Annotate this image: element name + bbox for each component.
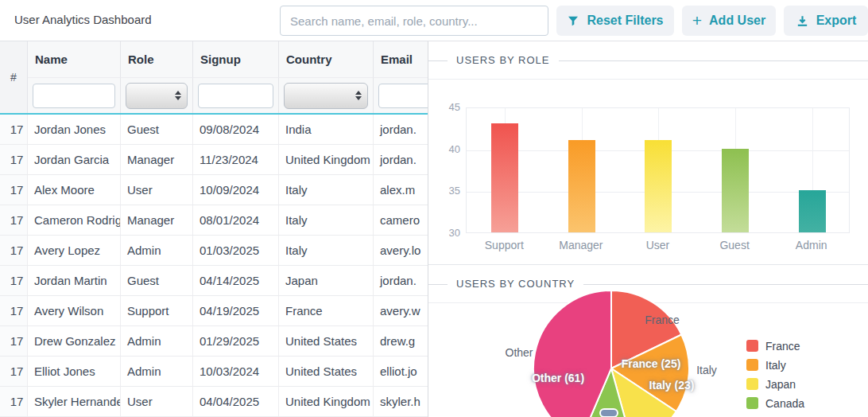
search-input[interactable] bbox=[280, 6, 548, 36]
users-by-role-header: USERS BY ROLE bbox=[428, 41, 868, 80]
cell-name: Elliot Jones bbox=[28, 357, 121, 386]
cell-email: avery.w bbox=[374, 296, 428, 325]
cell-email: jordan. bbox=[374, 266, 428, 295]
column-header-name[interactable]: Name bbox=[28, 41, 121, 78]
bar-support[interactable] bbox=[491, 123, 518, 232]
y-axis-tick-label: 40 bbox=[430, 143, 460, 155]
users-table: # Name Role Signup Country Email 17Jorda… bbox=[0, 41, 428, 417]
bar-manager[interactable] bbox=[568, 140, 595, 232]
cell-name: Jordan Martin bbox=[28, 266, 121, 295]
cell-country: United Kingdom bbox=[279, 387, 374, 416]
download-icon bbox=[796, 14, 809, 28]
column-header-email[interactable]: Email bbox=[374, 41, 428, 78]
cell-role: Admin bbox=[121, 326, 193, 356]
cell-role: Guest bbox=[121, 266, 193, 295]
cell-id: 17 bbox=[0, 205, 28, 235]
table-row[interactable]: 17Jordan MartinGuest04/14/2025Japanjorda… bbox=[0, 266, 428, 296]
pie-value-label-italy: Italy (23) bbox=[649, 379, 695, 392]
users-by-country-chart: France Other Italy France (25) Italy (23… bbox=[428, 303, 868, 414]
cell-signup: 04/19/2025 bbox=[193, 296, 279, 325]
users-by-role-chart: 45403530SupportManagerUserGuestAdmin bbox=[428, 80, 868, 265]
legend-item-canada[interactable]: Canada bbox=[746, 396, 804, 410]
cell-signup: 10/03/2024 bbox=[193, 357, 279, 386]
legend-label: Italy bbox=[765, 359, 786, 372]
cell-name: Jordan Garcia bbox=[28, 145, 121, 174]
column-header-role[interactable]: Role bbox=[121, 41, 193, 78]
table-row[interactable]: 17Alex MooreUser10/09/2024Italyalex.m bbox=[0, 175, 428, 205]
cell-email: camero bbox=[374, 205, 428, 235]
column-header-country[interactable]: Country bbox=[279, 41, 374, 78]
table-row[interactable]: 17Cameron RodriguezManager08/01/2024Ital… bbox=[0, 205, 428, 236]
cell-email: skyler.h bbox=[374, 387, 428, 416]
cell-country: United States bbox=[279, 357, 374, 386]
cell-email: jordan. bbox=[374, 145, 428, 174]
cell-role: User bbox=[121, 387, 193, 416]
legend-item-france[interactable]: France bbox=[746, 339, 804, 353]
add-user-button[interactable]: + Add User bbox=[682, 6, 776, 36]
pie-outer-label-italy: Italy bbox=[696, 364, 717, 376]
cell-id: 17 bbox=[0, 145, 28, 174]
table-row[interactable]: 17Jordan JonesGuest09/08/2024Indiajordan… bbox=[0, 115, 428, 145]
select-arrows-icon bbox=[175, 91, 181, 100]
cell-country: Italy bbox=[279, 236, 374, 265]
table-body: 17Jordan JonesGuest09/08/2024Indiajordan… bbox=[0, 115, 428, 417]
bar-user[interactable] bbox=[645, 140, 672, 232]
plus-icon: + bbox=[692, 12, 702, 29]
filter-funnel-icon bbox=[567, 14, 579, 27]
cell-email: drew.g bbox=[374, 326, 428, 356]
role-filter-select[interactable] bbox=[126, 83, 188, 109]
pie-legend: FranceItalyJapanCanada bbox=[746, 339, 804, 410]
cell-country: Japan bbox=[279, 266, 374, 295]
cell-name: Cameron Rodriguez bbox=[28, 205, 121, 235]
y-axis-tick-label: 35 bbox=[430, 185, 460, 197]
cell-name: Alex Moore bbox=[28, 175, 121, 205]
cell-signup: 04/04/2025 bbox=[193, 387, 279, 416]
category-band bbox=[467, 108, 544, 232]
pie-value-label-france: France (25) bbox=[622, 357, 681, 370]
cell-signup: 08/01/2024 bbox=[193, 205, 279, 235]
users-by-role-title: USERS BY ROLE bbox=[448, 54, 559, 66]
y-axis-tick-label: 45 bbox=[430, 101, 460, 113]
bar-guest[interactable] bbox=[722, 149, 749, 232]
legend-item-japan[interactable]: Japan bbox=[746, 377, 804, 391]
signup-filter-input[interactable] bbox=[198, 84, 273, 108]
cell-email: elliot.jo bbox=[374, 357, 428, 386]
table-row[interactable]: 17Skyler HernandezUser04/04/2025United K… bbox=[0, 387, 428, 417]
pie-chart bbox=[528, 285, 695, 417]
cell-id: 17 bbox=[0, 326, 28, 356]
column-header-signup[interactable]: Signup bbox=[193, 41, 279, 78]
legend-item-italy[interactable]: Italy bbox=[746, 358, 804, 372]
email-filter-input[interactable] bbox=[378, 84, 428, 108]
cell-signup: 10/09/2024 bbox=[193, 175, 279, 205]
page-title: User Analytics Dashboard bbox=[14, 13, 152, 26]
cell-signup: 09/08/2024 bbox=[193, 115, 279, 144]
table-row[interactable]: 17Avery WilsonSupport04/19/2025Franceave… bbox=[0, 296, 428, 326]
category-band bbox=[773, 108, 851, 232]
cell-country: Italy bbox=[279, 175, 374, 205]
x-axis-category-label: User bbox=[646, 239, 670, 251]
cell-signup: 01/29/2025 bbox=[193, 326, 279, 356]
pie-outer-label-other: Other bbox=[505, 346, 533, 359]
cell-email: jordan. bbox=[374, 115, 428, 144]
country-filter-select[interactable] bbox=[284, 83, 368, 109]
export-button[interactable]: Export bbox=[784, 6, 868, 36]
bar-plot-area bbox=[466, 107, 850, 233]
reset-filters-button[interactable]: Reset Filters bbox=[556, 6, 674, 36]
cell-country: India bbox=[279, 115, 374, 144]
table-row[interactable]: 17Drew GonzalezAdmin01/29/2025United Sta… bbox=[0, 326, 428, 357]
pie-value-label-other: Other (61) bbox=[532, 372, 584, 384]
name-filter-input[interactable] bbox=[33, 84, 115, 108]
select-arrows-icon bbox=[355, 91, 362, 100]
charts-panel: USERS BY ROLE 45403530SupportManagerUser… bbox=[428, 41, 868, 417]
bar-admin[interactable] bbox=[799, 190, 826, 232]
cell-country: Italy bbox=[279, 205, 374, 235]
table-row[interactable]: 17Elliot JonesAdmin10/03/2024United Stat… bbox=[0, 357, 428, 387]
x-axis-category-label: Guest bbox=[719, 239, 749, 251]
cell-id: 17 bbox=[0, 175, 28, 205]
table-row[interactable]: 17Avery LopezAdmin01/03/2025Italyavery.l… bbox=[0, 236, 428, 266]
table-row[interactable]: 17Jordan GarciaManager11/23/2024United K… bbox=[0, 145, 428, 175]
cell-id: 17 bbox=[0, 236, 28, 265]
cell-country: United States bbox=[279, 326, 374, 356]
add-user-label: Add User bbox=[709, 14, 765, 28]
cell-role: User bbox=[121, 175, 193, 205]
